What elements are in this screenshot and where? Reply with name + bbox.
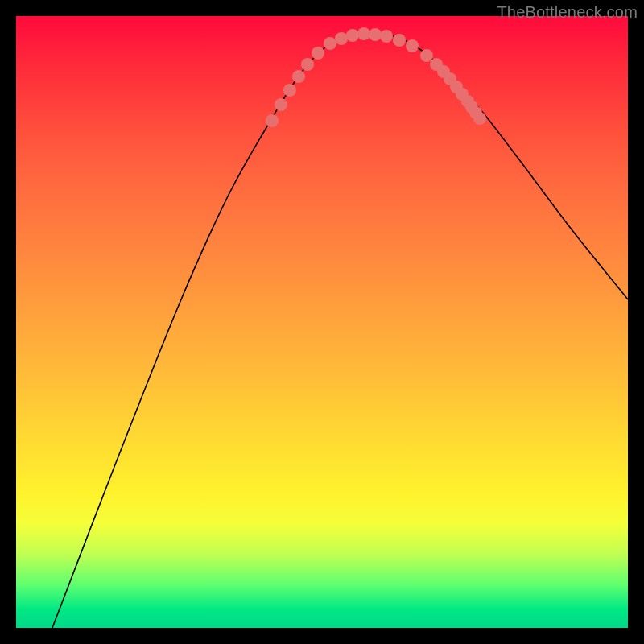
highlight-dot xyxy=(283,84,296,97)
highlight-dot xyxy=(380,30,393,43)
highlight-dot xyxy=(335,32,348,45)
highlight-dot xyxy=(369,28,382,41)
highlight-dot xyxy=(312,47,324,60)
curve-layer xyxy=(52,34,628,628)
highlight-dot xyxy=(324,37,336,50)
chart-svg xyxy=(16,16,628,628)
marker-layer xyxy=(266,27,486,127)
highlight-dot xyxy=(406,39,419,52)
highlight-dot xyxy=(301,58,314,71)
highlight-dot xyxy=(357,27,370,40)
highlight-dot xyxy=(292,70,305,83)
highlight-dot xyxy=(266,114,279,127)
watermark-text: TheBottleneck.com xyxy=(497,3,638,22)
highlight-dot xyxy=(473,112,486,125)
highlight-dot xyxy=(420,49,433,62)
highlight-dot xyxy=(275,98,287,111)
plot-area xyxy=(16,16,628,628)
highlight-dot xyxy=(393,34,406,47)
highlight-dot xyxy=(346,29,359,42)
bottleneck-curve xyxy=(52,34,628,628)
